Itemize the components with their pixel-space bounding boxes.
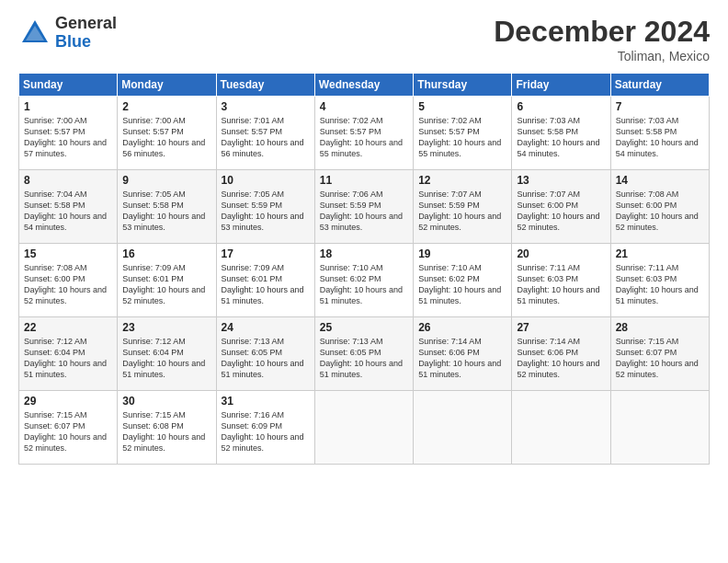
day-info: Sunrise: 7:13 AM Sunset: 6:05 PM Dayligh…: [320, 336, 408, 381]
day-info: Sunrise: 7:05 AM Sunset: 5:58 PM Dayligh…: [122, 189, 210, 234]
day-info: Sunrise: 7:04 AM Sunset: 5:58 PM Dayligh…: [24, 189, 112, 234]
day-cell-5: 5 Sunrise: 7:02 AM Sunset: 5:57 PM Dayli…: [414, 97, 512, 170]
day-cell-7: 7 Sunrise: 7:03 AM Sunset: 5:58 PM Dayli…: [610, 97, 709, 170]
day-cell-19: 19 Sunrise: 7:10 AM Sunset: 6:02 PM Dayl…: [414, 244, 512, 317]
day-cell-9: 9 Sunrise: 7:05 AM Sunset: 5:58 PM Dayli…: [118, 170, 216, 244]
day-info: Sunrise: 7:07 AM Sunset: 5:59 PM Dayligh…: [418, 189, 506, 234]
col-thursday: Thursday: [414, 74, 512, 97]
col-tuesday: Tuesday: [216, 74, 314, 97]
col-monday: Monday: [118, 74, 216, 97]
day-cell-25: 25 Sunrise: 7:13 AM Sunset: 6:05 PM Dayl…: [314, 317, 413, 391]
day-info: Sunrise: 7:00 AM Sunset: 5:57 PM Dayligh…: [122, 115, 210, 160]
day-cell-16: 16 Sunrise: 7:09 AM Sunset: 6:01 PM Dayl…: [118, 244, 216, 317]
day-number: 11: [320, 174, 408, 187]
col-friday: Friday: [512, 74, 610, 97]
day-cell-2: 2 Sunrise: 7:00 AM Sunset: 5:57 PM Dayli…: [118, 97, 216, 170]
day-number: 14: [616, 174, 704, 187]
day-number: 18: [320, 247, 408, 260]
col-saturday: Saturday: [610, 74, 709, 97]
day-cell-27: 27 Sunrise: 7:14 AM Sunset: 6:06 PM Dayl…: [512, 317, 610, 391]
empty-cell: [610, 391, 709, 465]
day-cell-29: 29 Sunrise: 7:15 AM Sunset: 6:07 PM Dayl…: [19, 391, 118, 465]
calendar-week-3: 15 Sunrise: 7:08 AM Sunset: 6:00 PM Dayl…: [19, 244, 710, 317]
day-info: Sunrise: 7:15 AM Sunset: 6:07 PM Dayligh…: [24, 409, 112, 454]
logo-icon: [18, 17, 51, 50]
calendar: Sunday Monday Tuesday Wednesday Thursday…: [18, 73, 710, 465]
calendar-week-4: 22 Sunrise: 7:12 AM Sunset: 6:04 PM Dayl…: [19, 317, 710, 391]
day-info: Sunrise: 7:05 AM Sunset: 5:59 PM Dayligh…: [222, 189, 310, 234]
day-number: 23: [122, 321, 210, 334]
day-info: Sunrise: 7:14 AM Sunset: 6:06 PM Dayligh…: [418, 336, 506, 381]
page: General Blue December 2024 Toliman, Mexi…: [0, 0, 728, 563]
day-cell-28: 28 Sunrise: 7:15 AM Sunset: 6:07 PM Dayl…: [610, 317, 709, 391]
day-number: 19: [418, 247, 506, 260]
day-cell-22: 22 Sunrise: 7:12 AM Sunset: 6:04 PM Dayl…: [19, 317, 118, 391]
day-number: 28: [616, 321, 704, 334]
day-number: 1: [24, 100, 112, 113]
day-cell-1: 1 Sunrise: 7:00 AM Sunset: 5:57 PM Dayli…: [19, 97, 118, 170]
day-info: Sunrise: 7:16 AM Sunset: 6:09 PM Dayligh…: [222, 409, 310, 454]
day-number: 30: [122, 395, 210, 408]
day-number: 10: [222, 174, 310, 187]
col-sunday: Sunday: [19, 74, 118, 97]
day-info: Sunrise: 7:10 AM Sunset: 6:02 PM Dayligh…: [320, 262, 408, 307]
day-number: 3: [222, 100, 310, 113]
day-cell-4: 4 Sunrise: 7:02 AM Sunset: 5:57 PM Dayli…: [314, 97, 413, 170]
location: Toliman, Mexico: [494, 49, 710, 63]
day-info: Sunrise: 7:13 AM Sunset: 6:05 PM Dayligh…: [222, 336, 310, 381]
day-cell-11: 11 Sunrise: 7:06 AM Sunset: 5:59 PM Dayl…: [314, 170, 413, 244]
empty-cell: [512, 391, 610, 465]
day-cell-20: 20 Sunrise: 7:11 AM Sunset: 6:03 PM Dayl…: [512, 244, 610, 317]
month-title: December 2024: [494, 15, 710, 49]
day-cell-18: 18 Sunrise: 7:10 AM Sunset: 6:02 PM Dayl…: [314, 244, 413, 317]
day-info: Sunrise: 7:12 AM Sunset: 6:04 PM Dayligh…: [122, 336, 210, 381]
calendar-week-2: 8 Sunrise: 7:04 AM Sunset: 5:58 PM Dayli…: [19, 170, 710, 244]
day-number: 9: [122, 174, 210, 187]
day-info: Sunrise: 7:07 AM Sunset: 6:00 PM Dayligh…: [517, 189, 605, 234]
day-cell-6: 6 Sunrise: 7:03 AM Sunset: 5:58 PM Dayli…: [512, 97, 610, 170]
day-info: Sunrise: 7:09 AM Sunset: 6:01 PM Dayligh…: [122, 262, 210, 307]
day-info: Sunrise: 7:01 AM Sunset: 5:57 PM Dayligh…: [222, 115, 310, 160]
col-wednesday: Wednesday: [314, 74, 413, 97]
day-info: Sunrise: 7:02 AM Sunset: 5:57 PM Dayligh…: [418, 115, 506, 160]
day-info: Sunrise: 7:08 AM Sunset: 6:00 PM Dayligh…: [24, 262, 112, 307]
day-cell-30: 30 Sunrise: 7:15 AM Sunset: 6:08 PM Dayl…: [118, 391, 216, 465]
day-number: 16: [122, 247, 210, 260]
day-number: 27: [517, 321, 605, 334]
day-number: 13: [517, 174, 605, 187]
day-cell-10: 10 Sunrise: 7:05 AM Sunset: 5:59 PM Dayl…: [216, 170, 314, 244]
day-number: 4: [320, 100, 408, 113]
logo-blue-text: Blue: [55, 33, 117, 52]
day-info: Sunrise: 7:15 AM Sunset: 6:07 PM Dayligh…: [616, 336, 704, 381]
day-info: Sunrise: 7:06 AM Sunset: 5:59 PM Dayligh…: [320, 189, 408, 234]
day-number: 24: [222, 321, 310, 334]
day-cell-17: 17 Sunrise: 7:09 AM Sunset: 6:01 PM Dayl…: [216, 244, 314, 317]
day-info: Sunrise: 7:03 AM Sunset: 5:58 PM Dayligh…: [616, 115, 704, 160]
day-info: Sunrise: 7:02 AM Sunset: 5:57 PM Dayligh…: [320, 115, 408, 160]
title-block: December 2024 Toliman, Mexico: [494, 15, 710, 63]
day-cell-15: 15 Sunrise: 7:08 AM Sunset: 6:00 PM Dayl…: [19, 244, 118, 317]
day-cell-14: 14 Sunrise: 7:08 AM Sunset: 6:00 PM Dayl…: [610, 170, 709, 244]
day-cell-26: 26 Sunrise: 7:14 AM Sunset: 6:06 PM Dayl…: [414, 317, 512, 391]
day-cell-21: 21 Sunrise: 7:11 AM Sunset: 6:03 PM Dayl…: [610, 244, 709, 317]
day-info: Sunrise: 7:08 AM Sunset: 6:00 PM Dayligh…: [616, 189, 704, 234]
day-number: 15: [24, 247, 112, 260]
day-number: 6: [517, 100, 605, 113]
day-info: Sunrise: 7:03 AM Sunset: 5:58 PM Dayligh…: [517, 115, 605, 160]
day-number: 21: [616, 247, 704, 260]
calendar-header-row: Sunday Monday Tuesday Wednesday Thursday…: [19, 74, 710, 97]
day-info: Sunrise: 7:10 AM Sunset: 6:02 PM Dayligh…: [418, 262, 506, 307]
day-cell-24: 24 Sunrise: 7:13 AM Sunset: 6:05 PM Dayl…: [216, 317, 314, 391]
logo: General Blue: [18, 15, 117, 52]
day-info: Sunrise: 7:15 AM Sunset: 6:08 PM Dayligh…: [122, 409, 210, 454]
day-info: Sunrise: 7:12 AM Sunset: 6:04 PM Dayligh…: [24, 336, 112, 381]
calendar-week-5: 29 Sunrise: 7:15 AM Sunset: 6:07 PM Dayl…: [19, 391, 710, 465]
day-cell-23: 23 Sunrise: 7:12 AM Sunset: 6:04 PM Dayl…: [118, 317, 216, 391]
day-number: 31: [222, 395, 310, 408]
empty-cell: [314, 391, 413, 465]
header: General Blue December 2024 Toliman, Mexi…: [18, 15, 710, 63]
day-number: 17: [222, 247, 310, 260]
day-number: 26: [418, 321, 506, 334]
day-info: Sunrise: 7:11 AM Sunset: 6:03 PM Dayligh…: [616, 262, 704, 307]
calendar-week-1: 1 Sunrise: 7:00 AM Sunset: 5:57 PM Dayli…: [19, 97, 710, 170]
